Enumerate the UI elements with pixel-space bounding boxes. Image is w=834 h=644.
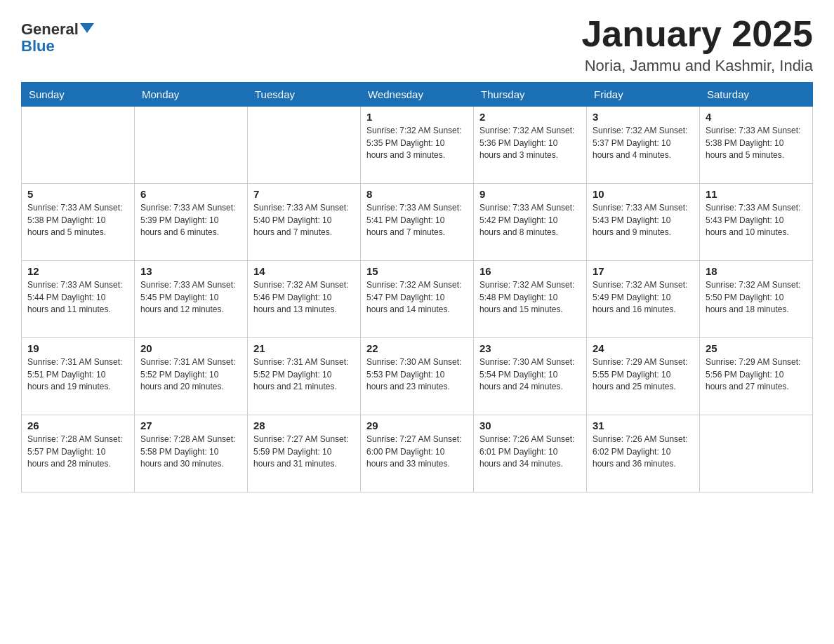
day-number: 7: [253, 188, 355, 200]
column-header-monday: Monday: [135, 83, 248, 107]
day-number: 1: [366, 111, 468, 123]
day-info: Sunrise: 7:32 AM Sunset: 5:50 PM Dayligh…: [706, 279, 807, 316]
day-number: 11: [706, 188, 807, 200]
day-number: 17: [593, 265, 694, 277]
day-info: Sunrise: 7:32 AM Sunset: 5:35 PM Dayligh…: [366, 125, 468, 161]
calendar-cell: [22, 107, 135, 184]
calendar-week-row: 12Sunrise: 7:33 AM Sunset: 5:44 PM Dayli…: [22, 261, 813, 338]
day-number: 24: [593, 342, 694, 354]
day-info: Sunrise: 7:27 AM Sunset: 6:00 PM Dayligh…: [366, 434, 468, 470]
calendar-cell: 27Sunrise: 7:28 AM Sunset: 5:58 PM Dayli…: [135, 415, 248, 492]
day-number: 25: [706, 342, 807, 354]
calendar-cell: 1Sunrise: 7:32 AM Sunset: 5:35 PM Daylig…: [361, 107, 474, 184]
day-number: 16: [479, 265, 581, 277]
day-info: Sunrise: 7:32 AM Sunset: 5:46 PM Dayligh…: [253, 279, 355, 316]
day-info: Sunrise: 7:32 AM Sunset: 5:48 PM Dayligh…: [479, 279, 581, 316]
calendar-cell: [135, 107, 248, 184]
calendar-cell: 28Sunrise: 7:27 AM Sunset: 5:59 PM Dayli…: [248, 415, 361, 492]
calendar-cell: 16Sunrise: 7:32 AM Sunset: 5:48 PM Dayli…: [474, 261, 587, 338]
calendar-week-row: 19Sunrise: 7:31 AM Sunset: 5:51 PM Dayli…: [22, 338, 813, 415]
day-info: Sunrise: 7:33 AM Sunset: 5:41 PM Dayligh…: [366, 202, 468, 239]
day-info: Sunrise: 7:29 AM Sunset: 5:55 PM Dayligh…: [593, 356, 694, 393]
day-info: Sunrise: 7:30 AM Sunset: 5:54 PM Dayligh…: [479, 356, 581, 393]
calendar-cell: 14Sunrise: 7:32 AM Sunset: 5:46 PM Dayli…: [248, 261, 361, 338]
day-info: Sunrise: 7:33 AM Sunset: 5:40 PM Dayligh…: [253, 202, 355, 239]
calendar-cell: 23Sunrise: 7:30 AM Sunset: 5:54 PM Dayli…: [474, 338, 587, 415]
calendar-cell: 5Sunrise: 7:33 AM Sunset: 5:38 PM Daylig…: [22, 184, 135, 261]
page-header: General Blue January 2025 Noria, Jammu a…: [21, 14, 813, 75]
day-info: Sunrise: 7:33 AM Sunset: 5:39 PM Dayligh…: [140, 202, 241, 239]
calendar-cell: 29Sunrise: 7:27 AM Sunset: 6:00 PM Dayli…: [361, 415, 474, 492]
day-info: Sunrise: 7:32 AM Sunset: 5:49 PM Dayligh…: [593, 279, 694, 316]
column-header-tuesday: Tuesday: [248, 83, 361, 107]
day-info: Sunrise: 7:31 AM Sunset: 5:52 PM Dayligh…: [140, 356, 241, 393]
calendar-cell: 17Sunrise: 7:32 AM Sunset: 5:49 PM Dayli…: [587, 261, 700, 338]
logo-blue-text: Blue: [21, 38, 94, 55]
day-number: 31: [593, 420, 694, 431]
day-number: 21: [253, 342, 355, 354]
logo-general-text: General: [21, 21, 79, 38]
calendar-cell: 13Sunrise: 7:33 AM Sunset: 5:45 PM Dayli…: [135, 261, 248, 338]
calendar-header-row: SundayMondayTuesdayWednesdayThursdayFrid…: [22, 83, 813, 107]
calendar-cell: 24Sunrise: 7:29 AM Sunset: 5:55 PM Dayli…: [587, 338, 700, 415]
calendar-cell: 9Sunrise: 7:33 AM Sunset: 5:42 PM Daylig…: [474, 184, 587, 261]
day-number: 6: [140, 188, 241, 200]
calendar-cell: 11Sunrise: 7:33 AM Sunset: 5:43 PM Dayli…: [700, 184, 813, 261]
day-info: Sunrise: 7:30 AM Sunset: 5:53 PM Dayligh…: [366, 356, 468, 393]
logo-triangle-icon: [80, 23, 94, 33]
calendar-cell: 30Sunrise: 7:26 AM Sunset: 6:01 PM Dayli…: [474, 415, 587, 492]
calendar-week-row: 26Sunrise: 7:28 AM Sunset: 5:57 PM Dayli…: [22, 415, 813, 492]
day-number: 23: [479, 342, 581, 354]
day-info: Sunrise: 7:28 AM Sunset: 5:57 PM Dayligh…: [27, 434, 128, 470]
day-number: 29: [366, 420, 468, 431]
calendar-table: SundayMondayTuesdayWednesdayThursdayFrid…: [21, 82, 813, 492]
calendar-week-row: 1Sunrise: 7:32 AM Sunset: 5:35 PM Daylig…: [22, 107, 813, 184]
day-number: 2: [479, 111, 581, 123]
day-info: Sunrise: 7:33 AM Sunset: 5:43 PM Dayligh…: [706, 202, 807, 239]
calendar-cell: 12Sunrise: 7:33 AM Sunset: 5:44 PM Dayli…: [22, 261, 135, 338]
calendar-cell: 2Sunrise: 7:32 AM Sunset: 5:36 PM Daylig…: [474, 107, 587, 184]
calendar-cell: 31Sunrise: 7:26 AM Sunset: 6:02 PM Dayli…: [587, 415, 700, 492]
day-number: 9: [479, 188, 581, 200]
day-number: 13: [140, 265, 241, 277]
calendar-cell: 7Sunrise: 7:33 AM Sunset: 5:40 PM Daylig…: [248, 184, 361, 261]
calendar-cell: 19Sunrise: 7:31 AM Sunset: 5:51 PM Dayli…: [22, 338, 135, 415]
column-header-friday: Friday: [587, 83, 700, 107]
day-info: Sunrise: 7:33 AM Sunset: 5:44 PM Dayligh…: [27, 279, 128, 316]
calendar-cell: 8Sunrise: 7:33 AM Sunset: 5:41 PM Daylig…: [361, 184, 474, 261]
title-block: January 2025 Noria, Jammu and Kashmir, I…: [581, 14, 813, 75]
calendar-cell: [248, 107, 361, 184]
calendar-cell: 25Sunrise: 7:29 AM Sunset: 5:56 PM Dayli…: [700, 338, 813, 415]
day-info: Sunrise: 7:28 AM Sunset: 5:58 PM Dayligh…: [140, 434, 241, 470]
day-info: Sunrise: 7:33 AM Sunset: 5:45 PM Dayligh…: [140, 279, 241, 316]
day-number: 10: [593, 188, 694, 200]
calendar-cell: 3Sunrise: 7:32 AM Sunset: 5:37 PM Daylig…: [587, 107, 700, 184]
day-info: Sunrise: 7:31 AM Sunset: 5:52 PM Dayligh…: [253, 356, 355, 393]
day-info: Sunrise: 7:31 AM Sunset: 5:51 PM Dayligh…: [27, 356, 128, 393]
column-header-thursday: Thursday: [474, 83, 587, 107]
calendar-cell: 4Sunrise: 7:33 AM Sunset: 5:38 PM Daylig…: [700, 107, 813, 184]
day-info: Sunrise: 7:33 AM Sunset: 5:38 PM Dayligh…: [706, 125, 807, 161]
day-info: Sunrise: 7:32 AM Sunset: 5:36 PM Dayligh…: [479, 125, 581, 161]
day-info: Sunrise: 7:33 AM Sunset: 5:43 PM Dayligh…: [593, 202, 694, 239]
day-number: 14: [253, 265, 355, 277]
calendar-cell: 15Sunrise: 7:32 AM Sunset: 5:47 PM Dayli…: [361, 261, 474, 338]
calendar-cell: 26Sunrise: 7:28 AM Sunset: 5:57 PM Dayli…: [22, 415, 135, 492]
calendar-cell: 21Sunrise: 7:31 AM Sunset: 5:52 PM Dayli…: [248, 338, 361, 415]
calendar-cell: 20Sunrise: 7:31 AM Sunset: 5:52 PM Dayli…: [135, 338, 248, 415]
day-info: Sunrise: 7:32 AM Sunset: 5:47 PM Dayligh…: [366, 279, 468, 316]
column-header-sunday: Sunday: [22, 83, 135, 107]
day-info: Sunrise: 7:26 AM Sunset: 6:01 PM Dayligh…: [479, 434, 581, 470]
day-number: 28: [253, 420, 355, 431]
column-header-wednesday: Wednesday: [361, 83, 474, 107]
day-number: 8: [366, 188, 468, 200]
calendar-week-row: 5Sunrise: 7:33 AM Sunset: 5:38 PM Daylig…: [22, 184, 813, 261]
day-number: 5: [27, 188, 128, 200]
day-number: 27: [140, 420, 241, 431]
column-header-saturday: Saturday: [700, 83, 813, 107]
calendar-cell: 6Sunrise: 7:33 AM Sunset: 5:39 PM Daylig…: [135, 184, 248, 261]
day-number: 3: [593, 111, 694, 123]
calendar-cell: 22Sunrise: 7:30 AM Sunset: 5:53 PM Dayli…: [361, 338, 474, 415]
calendar-cell: [700, 415, 813, 492]
logo: General Blue: [21, 21, 94, 55]
